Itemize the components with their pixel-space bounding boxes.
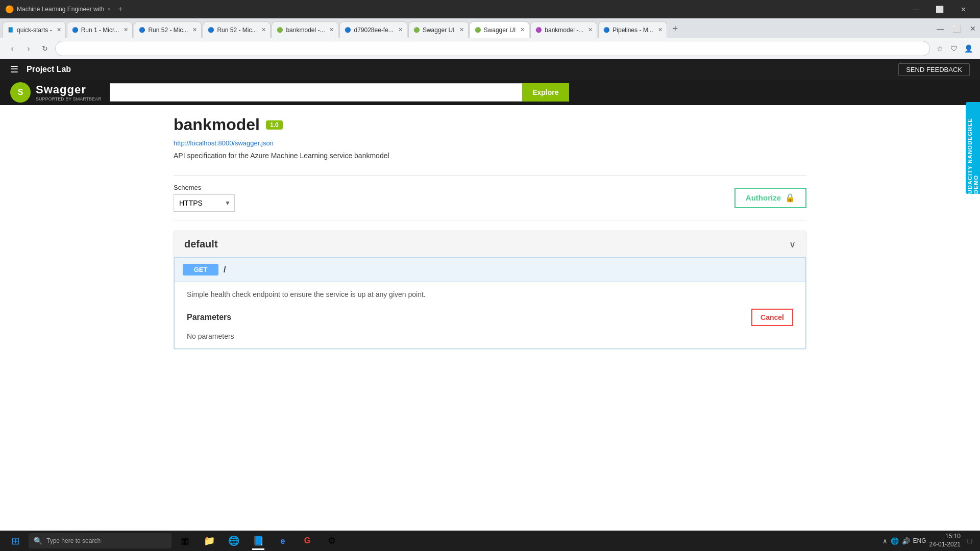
date-display: 24-01-2021 — [929, 541, 961, 549]
file-explorer-icon: 📁 — [204, 535, 215, 546]
section-chevron-icon: ∨ — [789, 239, 796, 250]
tab-close-icon[interactable]: ✕ — [588, 27, 593, 33]
tab-label: bankmodel -... — [545, 27, 583, 34]
tab-label: Run 52 - Mic... — [148, 27, 188, 34]
tab-title: Machine Learning Engineer with — [17, 6, 104, 13]
language-indicator[interactable]: ENG — [913, 537, 926, 544]
active-tab-indicator: × — [107, 6, 110, 12]
tab-pipelines[interactable]: 🔵 Pipelines - M... ✕ — [598, 21, 667, 38]
taskbar-task-view[interactable]: ▦ — [174, 532, 196, 550]
search-icon: 🔍 — [34, 537, 42, 545]
bookmark-icon[interactable]: ☆ — [934, 43, 945, 54]
tab-swagger2-active[interactable]: 🟢 Swagger UI ✕ — [470, 21, 530, 38]
swagger-logo-text: swagger — [36, 83, 102, 96]
tab-close-icon[interactable]: ✕ — [124, 27, 128, 33]
default-section-header[interactable]: default ∨ — [174, 231, 806, 257]
profile-icon[interactable]: 👤 — [963, 43, 974, 54]
no-parameters-text: No parameters — [187, 332, 793, 340]
schemes-wrapper: HTTPS HTTP ▼ — [174, 194, 235, 212]
cancel-button[interactable]: Cancel — [751, 309, 793, 326]
new-tab-btn[interactable]: + — [118, 5, 122, 14]
taskbar-google-chrome[interactable]: G — [296, 532, 318, 550]
notification-icon[interactable]: □ — [964, 535, 976, 547]
authorize-button[interactable]: Authorize 🔒 — [734, 188, 806, 208]
taskbar-edge[interactable]: e — [272, 532, 294, 550]
tab-d79028[interactable]: 🔵 d79028ee-fe... ✕ — [339, 21, 407, 38]
close-icon2[interactable]: ✕ — [966, 21, 980, 36]
taskbar-ie[interactable]: 🌐 — [223, 532, 245, 550]
taskbar: ⊞ 🔍 Type here to search ▦ 📁 🌐 📘 e G ⚙ — [0, 531, 980, 551]
speaker-icon[interactable]: 🔊 — [902, 537, 910, 545]
new-tab-button[interactable]: + — [668, 21, 682, 36]
hamburger-menu[interactable]: ☰ — [10, 64, 18, 75]
tab-favicon: 🔵 — [71, 27, 79, 34]
minimize-icon[interactable]: — — [933, 21, 947, 36]
forward-btn[interactable]: › — [22, 42, 35, 55]
method-badge: GET — [183, 264, 218, 276]
tab-quick-starts[interactable]: 📘 quick-starts - ✕ — [3, 21, 66, 38]
tab-swagger1[interactable]: 🟢 Swagger UI ✕ — [408, 21, 469, 38]
tab-run52-1[interactable]: 🔵 Run 52 - Mic... ✕ — [134, 21, 202, 38]
minimize-btn[interactable]: — — [904, 0, 928, 18]
task-view-icon: ▦ — [181, 535, 189, 546]
swagger-logo-icon: S — [10, 82, 31, 103]
tab-close-icon[interactable]: ✕ — [261, 27, 266, 33]
tab-bankmodel1[interactable]: 🟢 bankmodel -... ✕ — [272, 21, 338, 38]
endpoint-header[interactable]: GET / — [175, 258, 805, 282]
tab-favicon: 🟢 — [413, 27, 420, 34]
up-arrow-icon[interactable]: ∧ — [883, 537, 888, 545]
taskbar-search[interactable]: 🔍 Type here to search — [29, 533, 172, 548]
tab-close-icon[interactable]: ✕ — [398, 27, 403, 33]
schemes-select[interactable]: HTTPS HTTP — [174, 194, 235, 212]
api-description: API specification for the Azure Machine … — [174, 152, 806, 160]
tab-label: Swagger UI — [423, 27, 455, 34]
authorize-label: Authorize — [746, 193, 781, 202]
tab-close-icon[interactable]: ✕ — [658, 27, 663, 33]
edge-icon: e — [281, 536, 285, 546]
url-input[interactable]: localhost:9000/#/default/ServiceHealthCh… — [55, 41, 930, 56]
tab-close-icon[interactable]: ✕ — [57, 27, 61, 33]
project-lab-title: Project Lab — [27, 65, 71, 74]
maximize-btn[interactable]: ⬜ — [928, 0, 951, 18]
schemes-section: Schemes HTTPS HTTP ▼ — [174, 184, 235, 212]
tab-label: Run 52 - Mic... — [217, 27, 257, 34]
window-controls: — ⬜ ✕ — [904, 0, 975, 18]
tab-bankmodel2[interactable]: 🟣 bankmodel -... ✕ — [530, 21, 597, 38]
tab-label: Pipelines - M... — [612, 27, 653, 34]
endpoint-path: / — [224, 265, 226, 274]
tab-favicon: 🔵 — [138, 27, 145, 34]
send-feedback-button[interactable]: SEND FEEDBACK — [898, 63, 970, 76]
search-placeholder: Type here to search — [46, 537, 101, 544]
restore-icon[interactable]: ⬜ — [949, 21, 964, 36]
extension-icon[interactable]: 🛡 — [948, 43, 960, 54]
tab-close-icon[interactable]: ✕ — [192, 27, 197, 33]
tab-favicon: 📘 — [7, 27, 14, 34]
taskbar-azure[interactable]: 📘 — [247, 532, 270, 550]
close-btn[interactable]: ✕ — [951, 0, 975, 18]
swagger-main-content: bankmodel 1.0 http://localhost:8000/swag… — [158, 105, 822, 360]
endpoint-get-root: GET / Simple health check endpoint to en… — [174, 257, 806, 349]
default-section-title: default — [184, 238, 218, 250]
parameters-header: Parameters Cancel — [187, 309, 793, 326]
taskbar-settings[interactable]: ⚙ — [321, 532, 343, 550]
swagger-explore-button[interactable]: Explore — [522, 83, 569, 102]
tab-close-icon[interactable]: ✕ — [520, 27, 525, 33]
ie-icon: 🌐 — [228, 535, 239, 546]
endpoint-body: Simple health check endpoint to ensure t… — [175, 282, 805, 348]
notif-bell-icon: □ — [968, 537, 972, 545]
api-version-badge: 1.0 — [266, 120, 283, 130]
network-icon[interactable]: 🌐 — [891, 537, 899, 545]
taskbar-file-explorer[interactable]: 📁 — [198, 532, 220, 550]
tab-run1[interactable]: 🔵 Run 1 - Micr... ✕ — [67, 21, 133, 38]
swagger-url-input[interactable]: http://localhost:8000/swagger.json — [110, 83, 523, 102]
refresh-btn[interactable]: ↻ — [39, 42, 51, 55]
tab-close-icon[interactable]: ✕ — [329, 27, 334, 33]
api-link[interactable]: http://localhost:8000/swagger.json — [174, 139, 274, 147]
address-icons: ☆ 🛡 👤 — [934, 43, 974, 54]
tab-run52-2[interactable]: 🔵 Run 52 - Mic... ✕ — [203, 21, 271, 38]
back-btn[interactable]: ‹ — [6, 42, 18, 55]
start-button[interactable]: ⊞ — [4, 532, 27, 550]
tab-close-icon[interactable]: ✕ — [459, 27, 464, 33]
udacity-sidebar[interactable]: UDACITY NANODEGREE DEMO — [966, 102, 980, 194]
lock-icon: 🔒 — [785, 193, 795, 203]
